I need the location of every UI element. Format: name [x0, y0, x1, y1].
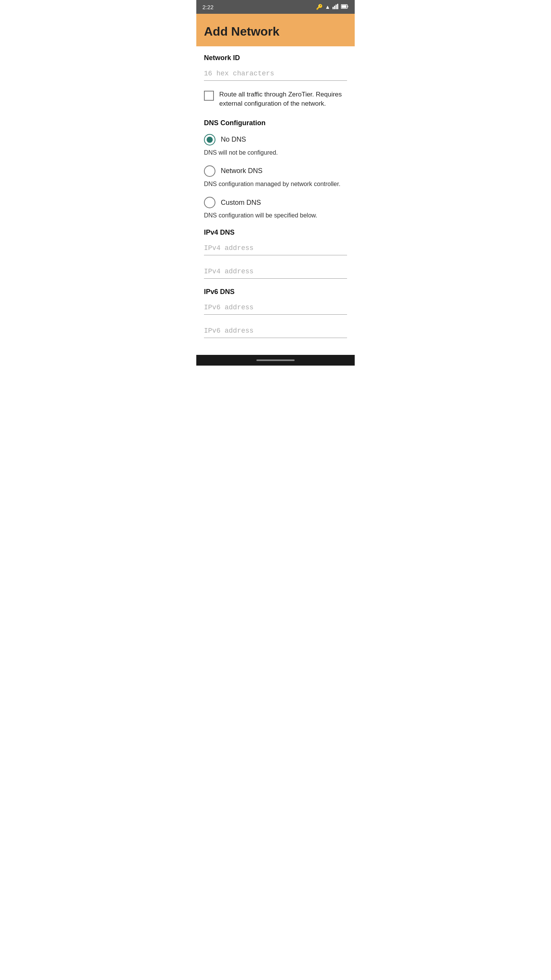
- ipv4-dns-section: IPv4 DNS: [204, 229, 347, 288]
- svg-rect-6: [342, 5, 347, 8]
- ipv4-address-input-2[interactable]: [204, 265, 347, 279]
- key-icon: 🔑: [316, 4, 323, 10]
- network-dns-radio[interactable]: [204, 165, 215, 177]
- custom-dns-radio-row[interactable]: Custom DNS: [204, 197, 347, 208]
- no-dns-label: No DNS: [221, 136, 246, 144]
- network-dns-description: DNS configuration managed by network con…: [204, 180, 347, 188]
- nav-bar: [196, 355, 355, 366]
- ipv6-address-input-1[interactable]: [204, 301, 347, 315]
- status-time: 2:22: [202, 4, 214, 10]
- ipv4-dns-label: IPv4 DNS: [204, 229, 347, 237]
- custom-dns-radio[interactable]: [204, 197, 215, 208]
- content-area: Network ID Route all traffic through Zer…: [196, 46, 355, 355]
- network-dns-label: Network DNS: [221, 167, 262, 175]
- ipv4-address-input-1[interactable]: [204, 241, 347, 255]
- svg-rect-5: [347, 6, 348, 7]
- no-dns-description: DNS will not be configured.: [204, 149, 347, 157]
- route-traffic-row[interactable]: Route all traffic through ZeroTier. Requ…: [204, 90, 347, 108]
- battery-icon: [341, 4, 349, 10]
- no-dns-radio[interactable]: [204, 134, 215, 145]
- route-traffic-checkbox[interactable]: [204, 91, 214, 101]
- svg-rect-0: [333, 7, 334, 9]
- custom-dns-label: Custom DNS: [221, 199, 261, 207]
- ipv6-dns-label: IPv6 DNS: [204, 288, 347, 296]
- svg-rect-2: [336, 5, 337, 9]
- dns-config-label: DNS Configuration: [204, 119, 347, 127]
- ipv6-dns-section: IPv6 DNS: [204, 288, 347, 347]
- network-dns-radio-row[interactable]: Network DNS: [204, 165, 347, 177]
- custom-dns-description: DNS configuration will be specified belo…: [204, 211, 347, 220]
- svg-rect-1: [334, 6, 335, 9]
- no-dns-radio-inner: [207, 137, 213, 143]
- no-dns-radio-row[interactable]: No DNS: [204, 134, 347, 145]
- wifi-icon: ▲: [325, 4, 330, 10]
- svg-rect-3: [337, 4, 338, 9]
- network-id-section: Network ID: [204, 54, 347, 90]
- status-bar: 2:22 🔑 ▲: [196, 0, 355, 14]
- ipv6-address-input-2[interactable]: [204, 324, 347, 338]
- signal-icon: [333, 4, 339, 10]
- route-traffic-label: Route all traffic through ZeroTier. Requ…: [219, 90, 347, 108]
- network-id-label: Network ID: [204, 54, 347, 62]
- dns-config-section: DNS Configuration No DNS DNS will not be…: [204, 119, 347, 220]
- page-header: Add Network: [196, 14, 355, 46]
- status-icons: 🔑 ▲: [316, 4, 349, 10]
- network-id-input[interactable]: [204, 67, 347, 81]
- nav-pill: [256, 359, 295, 361]
- page-title: Add Network: [204, 24, 347, 39]
